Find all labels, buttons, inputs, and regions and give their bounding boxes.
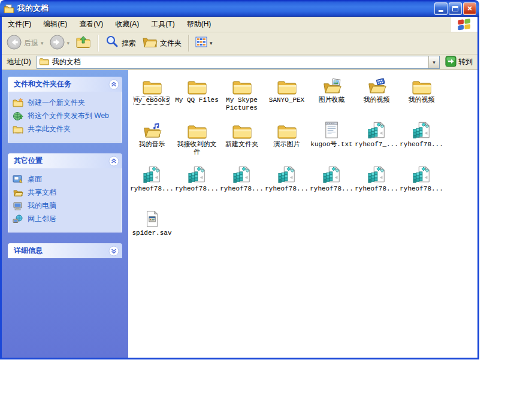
- windows-logo-icon: [451, 17, 477, 32]
- chevron-up-icon[interactable]: [108, 79, 119, 90]
- installer-file-icon: [232, 162, 252, 184]
- forward-dropdown-icon[interactable]: ▾: [67, 41, 70, 46]
- file-item-label: 演示图片: [274, 141, 300, 149]
- sidebar-item[interactable]: 创建一个新文件夹: [13, 98, 117, 108]
- sidebar-item-label: 共享此文件夹: [28, 125, 71, 134]
- back-dropdown-icon[interactable]: ▾: [41, 41, 44, 46]
- file-item[interactable]: ryheof78...: [354, 161, 399, 205]
- file-item[interactable]: ryheof78...: [219, 161, 264, 205]
- file-item[interactable]: ryheof78...: [399, 161, 444, 205]
- file-item-label: ryheof78...: [130, 185, 174, 193]
- desktop-icon: [13, 175, 23, 185]
- file-item-label: ryheof7_...: [355, 141, 398, 149]
- file-item[interactable]: 我接收到的文件: [174, 117, 219, 161]
- folder-icon: [187, 74, 207, 95]
- views-dropdown-icon[interactable]: ▾: [210, 41, 213, 46]
- txt-file-icon: [323, 118, 340, 140]
- file-item[interactable]: My Skype Pictures: [219, 72, 264, 117]
- sidebar-item-label: 网上邻居: [28, 214, 56, 223]
- chevron-down-icon[interactable]: [108, 246, 119, 256]
- shared-docs-icon: [13, 188, 23, 198]
- search-label: 搜索: [122, 38, 136, 49]
- address-input[interactable]: 我的文档 ▾: [37, 56, 440, 69]
- forward-button[interactable]: ▾: [47, 34, 72, 53]
- file-item[interactable]: My QQ Files: [174, 72, 219, 117]
- file-item[interactable]: SANYO_PEX: [264, 72, 309, 117]
- folders-label: 文件夹: [160, 38, 182, 49]
- up-button[interactable]: [73, 34, 93, 53]
- file-item-label: My QQ Files: [175, 96, 219, 104]
- file-item[interactable]: ryheof78...: [174, 161, 219, 205]
- menu-item-favorites[interactable]: 收藏(A): [109, 17, 145, 32]
- title-bar[interactable]: 我的文档 ✕: [0, 0, 479, 17]
- file-item[interactable]: My eBooks: [129, 72, 174, 117]
- file-item[interactable]: kugoo号.txt: [309, 117, 354, 161]
- installer-file-icon: [188, 162, 207, 184]
- up-folder-icon: [75, 35, 91, 52]
- sidebar-item[interactable]: 共享文档: [13, 188, 117, 198]
- panel-header[interactable]: 详细信息: [8, 243, 122, 258]
- chevron-up-icon[interactable]: [108, 156, 119, 167]
- explorer-window: 我的文档 ✕ 文件(F)编辑(E)查看(V)收藏(A)工具(T)帮助(H) 后退…: [0, 0, 479, 359]
- folder-icon: [277, 74, 297, 95]
- file-item[interactable]: ryheof78...: [129, 161, 174, 205]
- task-panel: 其它位置桌面共享文档我的电脑网上邻居: [8, 153, 122, 232]
- new-folder-icon: [13, 98, 23, 108]
- search-button[interactable]: 搜索: [102, 34, 138, 53]
- file-item-label: My eBooks: [134, 96, 170, 104]
- file-item[interactable]: 新建文件夹: [219, 117, 264, 161]
- file-item[interactable]: 我的视频: [354, 72, 399, 117]
- menu-item-file[interactable]: 文件(F): [2, 17, 37, 32]
- folders-button[interactable]: 文件夹: [140, 34, 184, 52]
- menu-item-view[interactable]: 查看(V): [73, 17, 109, 32]
- my-computer-icon: [13, 201, 23, 211]
- file-list-area: My eBooksMy QQ FilesMy Skype PicturesSAN…: [128, 70, 477, 358]
- menu-item-help[interactable]: 帮助(H): [181, 17, 217, 32]
- panel-title: 详细信息: [14, 246, 43, 256]
- file-item-label: kugoo号.txt: [310, 141, 352, 149]
- minimize-button[interactable]: [434, 2, 448, 15]
- window-icon: [4, 4, 14, 13]
- sidebar-item[interactable]: 网上邻居: [13, 214, 117, 224]
- sidebar-item[interactable]: 我的电脑: [13, 201, 117, 211]
- network-icon: [13, 214, 23, 224]
- file-item[interactable]: 我的音乐: [129, 117, 174, 161]
- go-button[interactable]: 转到: [442, 56, 476, 69]
- installer-file-icon: [367, 162, 386, 184]
- views-button[interactable]: ▾: [193, 35, 215, 51]
- toolbar: 后退 ▾ ▾ 搜索 文件夹: [2, 32, 477, 55]
- address-folder-icon: [39, 57, 50, 68]
- file-item[interactable]: ryheof78...: [399, 117, 444, 161]
- window-controls: ✕: [434, 2, 476, 15]
- file-item-label: ryheof78...: [400, 141, 443, 149]
- file-item-label: 我的音乐: [139, 141, 165, 149]
- sidebar-item[interactable]: 桌面: [13, 175, 117, 185]
- file-item[interactable]: 图片收藏: [309, 72, 354, 117]
- music-folder-icon: [142, 118, 162, 140]
- menu-item-edit[interactable]: 编辑(E): [37, 17, 73, 32]
- menu-bar: 文件(F)编辑(E)查看(V)收藏(A)工具(T)帮助(H): [2, 17, 477, 32]
- panel-body: 桌面共享文档我的电脑网上邻居: [8, 168, 122, 232]
- maximize-button[interactable]: [449, 2, 462, 15]
- file-item[interactable]: ryheof7_...: [354, 117, 399, 161]
- toolbar-separator: [188, 35, 189, 52]
- menu-item-tools[interactable]: 工具(T): [145, 17, 180, 32]
- back-button[interactable]: 后退 ▾: [4, 34, 46, 53]
- file-item[interactable]: 我的视频: [399, 72, 444, 117]
- back-icon: [7, 35, 22, 52]
- file-item[interactable]: 演示图片: [264, 117, 309, 161]
- panel-header[interactable]: 其它位置: [8, 153, 122, 168]
- installer-file-icon: [412, 118, 431, 140]
- address-dropdown-button[interactable]: ▾: [428, 56, 439, 68]
- file-item-label: 我的视频: [364, 96, 390, 104]
- file-item[interactable]: ryheof78...: [309, 161, 354, 205]
- close-button[interactable]: ✕: [463, 2, 476, 15]
- file-item-label: My Skype Pictures: [220, 96, 264, 112]
- file-item[interactable]: spider.sav: [129, 205, 174, 250]
- maximize-icon: [452, 6, 458, 11]
- sidebar-item[interactable]: 共享此文件夹: [13, 125, 117, 134]
- window-title: 我的文档: [17, 3, 49, 14]
- sidebar-item[interactable]: 将这个文件夹发布到 Web: [13, 111, 117, 121]
- file-item[interactable]: ryheof78...: [264, 161, 309, 205]
- panel-header[interactable]: 文件和文件夹任务: [8, 77, 122, 92]
